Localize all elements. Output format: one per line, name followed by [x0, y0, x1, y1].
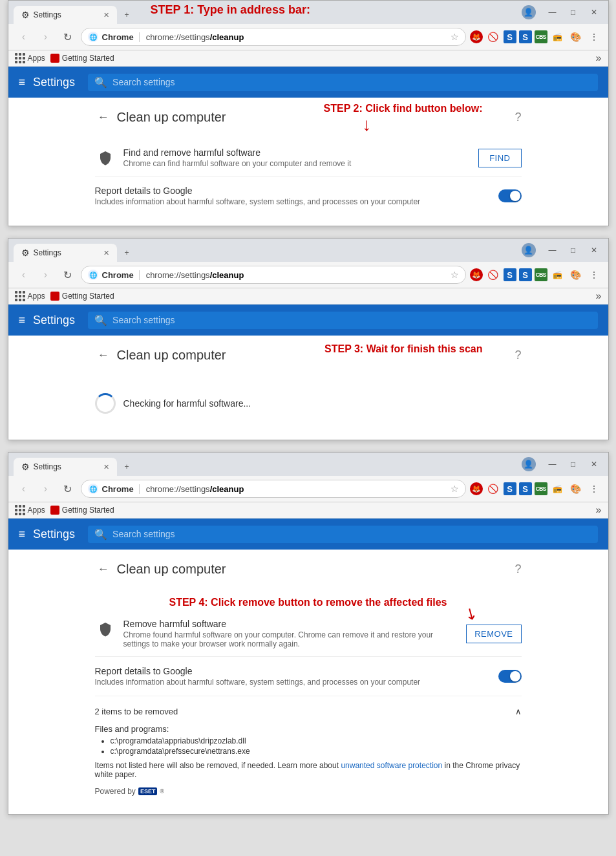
- step4-annotation: STEP 4: Click remove button to remove th…: [95, 592, 522, 611]
- ext-icon-1f[interactable]: 📻: [550, 29, 566, 45]
- star-icon-2[interactable]: ☆: [451, 270, 459, 280]
- ext-icon-1g[interactable]: 🎨: [568, 29, 584, 45]
- settings-search-wrap-1[interactable]: 🔍: [88, 74, 597, 91]
- getting-started-bookmark-1[interactable]: Getting Started: [50, 54, 114, 63]
- ext-icon-1b[interactable]: 🚫: [485, 29, 501, 45]
- tab-3[interactable]: ⚙ Settings ✕: [14, 458, 117, 476]
- ext-icon-3c[interactable]: S: [504, 482, 516, 495]
- ext-icon-3e[interactable]: CBS: [535, 482, 547, 495]
- url-bar-2[interactable]: 🌐 Chrome chrome://settings/cleanup ☆: [81, 266, 466, 284]
- ext-icon-1e[interactable]: CBS: [535, 30, 547, 43]
- help-icon-2[interactable]: ?: [515, 348, 521, 362]
- settings-search-wrap-2[interactable]: 🔍: [88, 312, 597, 329]
- report-toggle-1[interactable]: [498, 189, 522, 202]
- report-toggle-3[interactable]: [498, 670, 522, 683]
- profile-icon-2[interactable]: 👤: [522, 243, 536, 257]
- star-icon-1[interactable]: ☆: [451, 32, 459, 42]
- close-btn-1[interactable]: ✕: [585, 3, 603, 21]
- search-input-1[interactable]: [112, 77, 591, 87]
- ext-icon-2e[interactable]: CBS: [535, 268, 547, 281]
- step3-annotation: STEP 3: Wait for finish this scan: [324, 343, 482, 355]
- section-text-1: Find and remove harmful software Chrome …: [123, 147, 471, 168]
- menu-icon-3[interactable]: ⋮: [586, 481, 602, 497]
- back-nav-1[interactable]: ‹: [15, 28, 33, 46]
- minimize-btn-3[interactable]: —: [544, 455, 562, 473]
- getting-started-bookmark-3[interactable]: Getting Started: [50, 506, 114, 515]
- tab-new-3[interactable]: +: [117, 458, 156, 476]
- ext-icon-3a[interactable]: 🦊: [470, 482, 483, 495]
- tab-2[interactable]: ⚙ Settings ✕: [14, 244, 117, 262]
- bm-more-2[interactable]: »: [596, 290, 602, 302]
- tab-close-2[interactable]: ✕: [103, 249, 109, 257]
- items-header-3[interactable]: 2 items to be removed ∧: [95, 704, 522, 719]
- menu-icon-1[interactable]: ⋮: [586, 29, 602, 45]
- star-icon-3[interactable]: ☆: [451, 484, 459, 494]
- hamburger-icon-3[interactable]: ≡: [19, 528, 26, 541]
- maximize-btn-1[interactable]: □: [564, 3, 582, 21]
- hamburger-icon-1[interactable]: ≡: [19, 76, 26, 89]
- tab-new-1[interactable]: +: [117, 6, 156, 24]
- maximize-btn-3[interactable]: □: [564, 455, 582, 473]
- back-btn-1[interactable]: ←: [95, 108, 112, 127]
- apps-bookmark-2[interactable]: Apps: [15, 291, 45, 301]
- back-btn-3[interactable]: ←: [95, 560, 112, 579]
- tab-close-3[interactable]: ✕: [103, 463, 109, 471]
- refresh-nav-1[interactable]: ↻: [59, 28, 77, 46]
- tab-1[interactable]: ⚙ Settings ✕: [14, 6, 117, 24]
- tab-close-1[interactable]: ✕: [103, 11, 109, 19]
- back-nav-2[interactable]: ‹: [15, 266, 33, 284]
- refresh-nav-2[interactable]: ↻: [59, 266, 77, 284]
- tab-new-2[interactable]: +: [117, 244, 156, 262]
- bm-more-3[interactable]: »: [596, 504, 602, 516]
- remove-button-3[interactable]: REMOVE: [466, 625, 521, 643]
- ext-icon-1d[interactable]: S: [519, 30, 532, 43]
- settings-main-3: ≡ Settings 🔍 ← Clean up computer ? STEP …: [8, 519, 608, 814]
- title-bar-2: ⚙ Settings ✕ + 👤 — □ ✕: [8, 239, 608, 262]
- ext-icon-3b[interactable]: 🚫: [485, 481, 501, 497]
- apps-bookmark-1[interactable]: Apps: [15, 53, 45, 63]
- search-input-2[interactable]: [112, 315, 591, 325]
- minimize-btn-2[interactable]: —: [544, 241, 562, 259]
- ext-icon-2g[interactable]: 🎨: [568, 267, 584, 283]
- forward-nav-2[interactable]: ›: [37, 266, 55, 284]
- url-bar-3[interactable]: 🌐 Chrome chrome://settings/cleanup ☆: [81, 480, 466, 498]
- refresh-nav-3[interactable]: ↻: [59, 480, 77, 498]
- back-btn-2[interactable]: ←: [95, 346, 112, 365]
- close-btn-2[interactable]: ✕: [585, 241, 603, 259]
- minimize-btn-1[interactable]: —: [544, 3, 562, 21]
- ext-icon-3d[interactable]: S: [519, 482, 532, 495]
- ext-icon-3g[interactable]: 🎨: [568, 481, 584, 497]
- search-input-3[interactable]: [112, 529, 591, 539]
- ext-icon-2a[interactable]: 🦊: [470, 268, 483, 281]
- url-bar-1[interactable]: 🌐 Chrome chrome://settings/cleanup ☆: [81, 28, 466, 46]
- unwanted-link[interactable]: unwanted software protection: [341, 761, 442, 770]
- forward-nav-1[interactable]: ›: [37, 28, 55, 46]
- ext-icon-2c[interactable]: S: [504, 268, 516, 281]
- profile-icon-3[interactable]: 👤: [522, 457, 536, 471]
- bm-more-1[interactable]: »: [596, 52, 602, 64]
- back-nav-3[interactable]: ‹: [15, 480, 33, 498]
- profile-icon-1[interactable]: 👤: [522, 5, 536, 19]
- forward-nav-3[interactable]: ›: [37, 480, 55, 498]
- settings-tab-icon-3: ⚙: [21, 462, 30, 472]
- settings-search-wrap-3[interactable]: 🔍: [88, 526, 597, 543]
- ext-icon-2b[interactable]: 🚫: [485, 267, 501, 283]
- find-button-1[interactable]: FIND: [478, 149, 521, 167]
- help-icon-1[interactable]: ?: [515, 111, 521, 124]
- apps-bookmark-3[interactable]: Apps: [15, 505, 45, 515]
- ext-icon-2d[interactable]: S: [519, 268, 532, 281]
- getting-started-bookmark-2[interactable]: Getting Started: [50, 292, 114, 301]
- title-bar-1: ⚙ Settings ✕ + STEP 1: Type in address b…: [8, 1, 608, 24]
- menu-icon-2[interactable]: ⋮: [586, 267, 602, 283]
- maximize-btn-2[interactable]: □: [564, 241, 582, 259]
- items-note-3: Items not listed here will also be remov…: [95, 761, 522, 779]
- spinner-2: [95, 393, 116, 414]
- ext-icon-3f[interactable]: 📻: [550, 481, 566, 497]
- close-btn-3[interactable]: ✕: [585, 455, 603, 473]
- help-icon-3[interactable]: ?: [515, 562, 521, 576]
- ext-icon-1a[interactable]: 🦊: [470, 30, 483, 43]
- ext-icon-1c[interactable]: S: [504, 30, 516, 43]
- settings-main-1: ≡ Settings 🔍 ← Clean up computer ? STEP …: [8, 67, 608, 226]
- hamburger-icon-2[interactable]: ≡: [19, 314, 26, 327]
- ext-icon-2f[interactable]: 📻: [550, 267, 566, 283]
